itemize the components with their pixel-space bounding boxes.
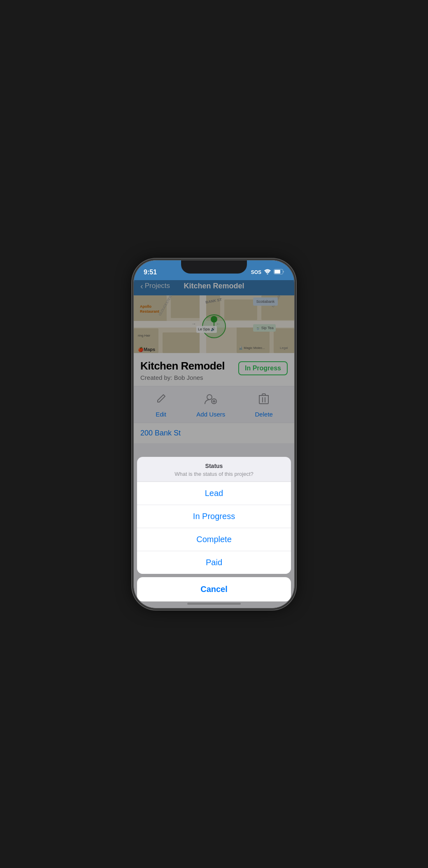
action-sheet-header: Status What is the status of this projec…	[137, 457, 291, 482]
action-sheet-container: Status What is the status of this projec…	[134, 454, 294, 608]
status-time: 9:51	[144, 269, 157, 276]
action-sheet-title: Status	[144, 463, 284, 469]
screen: 9:51 SOS	[134, 260, 294, 608]
home-indicator	[187, 603, 241, 605]
action-sheet: Status What is the status of this projec…	[137, 457, 291, 574]
svg-point-0	[267, 273, 268, 274]
battery-icon	[274, 269, 284, 276]
option-paid[interactable]: Paid	[137, 551, 291, 574]
cancel-button[interactable]: Cancel	[137, 577, 291, 601]
sos-label: SOS	[251, 269, 261, 275]
status-icons: SOS	[251, 269, 284, 276]
option-in-progress[interactable]: In Progress	[137, 505, 291, 528]
option-complete[interactable]: Complete	[137, 528, 291, 551]
option-lead[interactable]: Lead	[137, 482, 291, 505]
phone-frame: 9:51 SOS	[134, 260, 294, 608]
svg-rect-2	[274, 270, 280, 274]
wifi-icon	[264, 269, 271, 276]
notch	[181, 260, 247, 274]
action-sheet-message: What is the status of this project?	[144, 471, 284, 477]
